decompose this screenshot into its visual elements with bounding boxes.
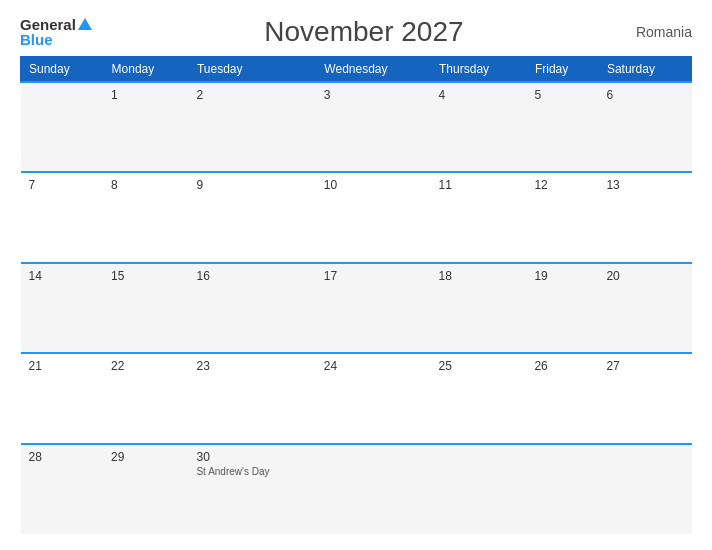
calendar-body: 1234567891011121314151617181920212223242… xyxy=(21,82,692,534)
calendar-cell: 21 xyxy=(21,353,104,443)
calendar-cell: 18 xyxy=(431,263,527,353)
calendar-week-3: 14151617181920 xyxy=(21,263,692,353)
calendar-header-row: SundayMondayTuesdayWednesdayThursdayFrid… xyxy=(21,57,692,83)
logo-triangle-icon xyxy=(78,18,92,30)
calendar-cell xyxy=(526,444,598,534)
calendar-cell: 22 xyxy=(103,353,188,443)
calendar-cell: 10 xyxy=(316,172,431,262)
day-number: 3 xyxy=(324,88,423,102)
calendar-cell: 24 xyxy=(316,353,431,443)
calendar-cell xyxy=(598,444,691,534)
calendar-cell xyxy=(431,444,527,534)
day-number: 22 xyxy=(111,359,180,373)
calendar-header: General Blue November 2027 Romania xyxy=(20,16,692,48)
day-number: 5 xyxy=(534,88,590,102)
calendar-cell: 23 xyxy=(188,353,315,443)
day-number: 25 xyxy=(439,359,519,373)
calendar-table: SundayMondayTuesdayWednesdayThursdayFrid… xyxy=(20,56,692,534)
calendar-title: November 2027 xyxy=(264,16,463,48)
day-number: 14 xyxy=(29,269,96,283)
holiday-label: St Andrew's Day xyxy=(196,466,307,477)
calendar-cell: 14 xyxy=(21,263,104,353)
calendar-cell: 6 xyxy=(598,82,691,172)
calendar-cell: 12 xyxy=(526,172,598,262)
weekday-header-monday: Monday xyxy=(103,57,188,83)
weekday-header-thursday: Thursday xyxy=(431,57,527,83)
day-number: 2 xyxy=(196,88,307,102)
calendar-cell: 7 xyxy=(21,172,104,262)
weekday-header-friday: Friday xyxy=(526,57,598,83)
day-number: 15 xyxy=(111,269,180,283)
calendar-cell: 29 xyxy=(103,444,188,534)
calendar-cell: 2 xyxy=(188,82,315,172)
calendar-cell: 5 xyxy=(526,82,598,172)
day-number: 18 xyxy=(439,269,519,283)
calendar-week-5: 282930St Andrew's Day xyxy=(21,444,692,534)
day-number: 27 xyxy=(606,359,683,373)
day-number: 7 xyxy=(29,178,96,192)
day-number: 26 xyxy=(534,359,590,373)
day-number: 30 xyxy=(196,450,307,464)
day-number: 11 xyxy=(439,178,519,192)
calendar-cell xyxy=(21,82,104,172)
calendar-cell: 4 xyxy=(431,82,527,172)
calendar-cell: 19 xyxy=(526,263,598,353)
calendar-week-4: 21222324252627 xyxy=(21,353,692,443)
day-number: 19 xyxy=(534,269,590,283)
day-number: 24 xyxy=(324,359,423,373)
calendar-cell: 30St Andrew's Day xyxy=(188,444,315,534)
calendar-cell: 13 xyxy=(598,172,691,262)
day-number: 28 xyxy=(29,450,96,464)
day-number: 23 xyxy=(196,359,307,373)
calendar-cell: 20 xyxy=(598,263,691,353)
day-number: 29 xyxy=(111,450,180,464)
calendar-cell: 28 xyxy=(21,444,104,534)
day-number: 20 xyxy=(606,269,683,283)
calendar-cell: 1 xyxy=(103,82,188,172)
calendar-cell: 25 xyxy=(431,353,527,443)
calendar-cell: 15 xyxy=(103,263,188,353)
calendar-week-1: 123456 xyxy=(21,82,692,172)
weekday-header-sunday: Sunday xyxy=(21,57,104,83)
calendar-cell: 26 xyxy=(526,353,598,443)
day-number: 10 xyxy=(324,178,423,192)
day-number: 12 xyxy=(534,178,590,192)
logo: General Blue xyxy=(20,17,92,47)
calendar-cell: 8 xyxy=(103,172,188,262)
logo-general: General xyxy=(20,17,76,32)
day-number: 6 xyxy=(606,88,683,102)
logo-blue: Blue xyxy=(20,32,53,47)
calendar-cell: 3 xyxy=(316,82,431,172)
calendar-cell: 16 xyxy=(188,263,315,353)
day-number: 16 xyxy=(196,269,307,283)
calendar-week-2: 78910111213 xyxy=(21,172,692,262)
calendar-cell: 11 xyxy=(431,172,527,262)
country-label: Romania xyxy=(636,24,692,40)
day-number: 13 xyxy=(606,178,683,192)
day-number: 21 xyxy=(29,359,96,373)
calendar-cell xyxy=(316,444,431,534)
day-number: 9 xyxy=(196,178,307,192)
day-number: 4 xyxy=(439,88,519,102)
day-number: 17 xyxy=(324,269,423,283)
calendar-cell: 9 xyxy=(188,172,315,262)
day-number: 1 xyxy=(111,88,180,102)
calendar-cell: 27 xyxy=(598,353,691,443)
weekday-header-saturday: Saturday xyxy=(598,57,691,83)
weekday-header-wednesday: Wednesday xyxy=(316,57,431,83)
weekday-header-tuesday: Tuesday xyxy=(188,57,315,83)
calendar-cell: 17 xyxy=(316,263,431,353)
day-number: 8 xyxy=(111,178,180,192)
